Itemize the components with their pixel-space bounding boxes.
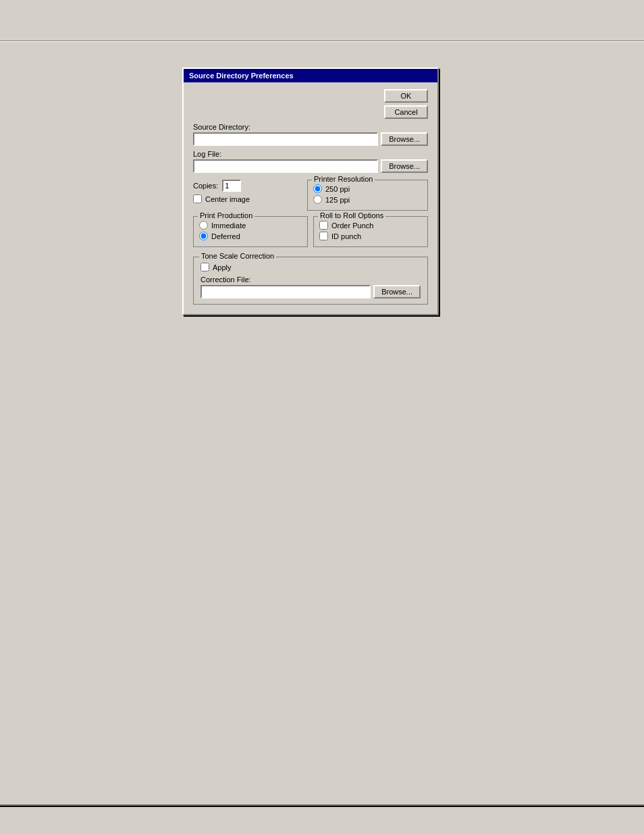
bottom-separator xyxy=(0,804,644,807)
radio-250ppi-row: 250 ppi xyxy=(313,184,422,193)
correction-file-input[interactable] xyxy=(200,285,371,298)
copies-input[interactable] xyxy=(222,180,241,192)
copies-row: Copies: xyxy=(193,180,302,192)
radio-125ppi-row: 125 ppi xyxy=(313,195,422,204)
browse1-button[interactable]: Browse... xyxy=(381,132,428,146)
source-directory-label: Source Directory: xyxy=(193,123,428,131)
apply-row: Apply xyxy=(200,263,421,271)
dialog-window: Source Directory Preferences OK Cancel S… xyxy=(182,68,439,315)
roll-to-roll-group: Roll to Roll Options Order Punch ID punc… xyxy=(313,216,428,247)
top-separator xyxy=(0,41,644,42)
center-image-checkbox[interactable] xyxy=(193,194,202,203)
printer-resolution-group: Printer Resolution 250 ppi 125 ppi xyxy=(307,180,428,211)
production-row: Print Production Immediate Deferred Roll… xyxy=(193,216,428,247)
radio-deferred[interactable] xyxy=(199,232,208,240)
id-punch-checkbox[interactable] xyxy=(319,232,328,240)
source-directory-section: Source Directory: Browse... xyxy=(193,123,428,146)
log-file-row: Browse... xyxy=(193,159,428,173)
dialog-title: Source Directory Preferences xyxy=(189,72,294,80)
radio-125ppi[interactable] xyxy=(313,195,322,204)
source-directory-input[interactable] xyxy=(193,132,378,146)
cancel-button[interactable]: Cancel xyxy=(384,105,428,119)
dialog-titlebar: Source Directory Preferences xyxy=(184,69,437,82)
correction-file-row: Browse... xyxy=(200,285,421,298)
copies-center-area: Copies: Center image xyxy=(193,180,302,205)
right-buttons: OK Cancel xyxy=(381,89,428,119)
tone-scale-section: Tone Scale Correction Apply Correction F… xyxy=(193,257,428,305)
roll-to-roll-legend: Roll to Roll Options xyxy=(318,211,385,219)
radio-deferred-row: Deferred xyxy=(199,232,302,240)
order-punch-label: Order Punch xyxy=(331,221,373,230)
log-file-input[interactable] xyxy=(193,159,378,173)
radio-immediate-label: Immediate xyxy=(211,221,246,230)
id-punch-label: ID punch xyxy=(331,232,361,240)
correction-file-label: Correction File: xyxy=(200,276,421,284)
ok-button[interactable]: OK xyxy=(384,89,428,103)
radio-250ppi[interactable] xyxy=(313,184,322,193)
radio-250ppi-label: 250 ppi xyxy=(325,185,350,193)
top-row: OK Cancel xyxy=(193,89,428,119)
tone-scale-legend: Tone Scale Correction xyxy=(199,252,276,260)
print-production-group: Print Production Immediate Deferred xyxy=(193,216,308,247)
log-file-label: Log File: xyxy=(193,150,428,158)
radio-immediate-row: Immediate xyxy=(199,221,302,230)
mid-row: Copies: Center image Printer Resolution … xyxy=(193,180,428,211)
radio-immediate[interactable] xyxy=(199,221,208,230)
dialog-body: OK Cancel Source Directory: Browse... Lo… xyxy=(184,82,437,314)
print-production-legend: Print Production xyxy=(198,211,254,219)
center-image-row: Center image xyxy=(193,194,302,203)
apply-label: Apply xyxy=(213,263,232,271)
copies-label: Copies: xyxy=(193,182,218,190)
browse3-button[interactable]: Browse... xyxy=(373,285,421,298)
id-punch-row: ID punch xyxy=(319,232,422,240)
order-punch-checkbox[interactable] xyxy=(319,221,328,230)
printer-resolution-legend: Printer Resolution xyxy=(312,175,375,183)
apply-checkbox[interactable] xyxy=(200,263,209,271)
source-directory-row: Browse... xyxy=(193,132,428,146)
center-image-label: Center image xyxy=(205,195,250,203)
radio-deferred-label: Deferred xyxy=(211,232,240,240)
radio-125ppi-label: 125 ppi xyxy=(325,196,350,204)
log-file-section: Log File: Browse... xyxy=(193,150,428,173)
order-punch-row: Order Punch xyxy=(319,221,422,230)
browse2-button[interactable]: Browse... xyxy=(381,159,428,173)
